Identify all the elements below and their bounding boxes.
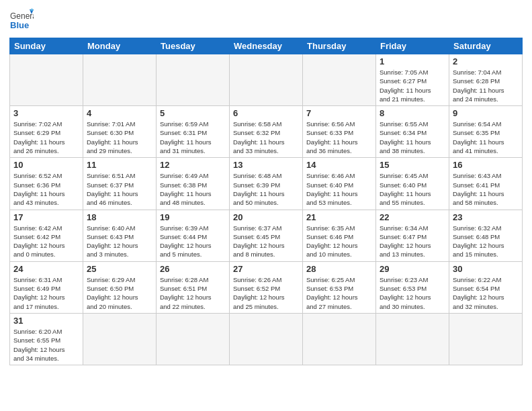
header-day-saturday: Saturday bbox=[449, 38, 523, 54]
day-cell bbox=[157, 313, 230, 365]
day-info: Sunrise: 6:58 AM Sunset: 6:32 PM Dayligh… bbox=[233, 120, 299, 155]
day-cell: 30Sunrise: 6:22 AM Sunset: 6:54 PM Dayli… bbox=[449, 261, 523, 313]
day-info: Sunrise: 6:35 AM Sunset: 6:46 PM Dayligh… bbox=[306, 224, 372, 259]
week-row-6: 31Sunrise: 6:20 AM Sunset: 6:55 PM Dayli… bbox=[10, 313, 523, 365]
week-row-2: 3Sunrise: 7:02 AM Sunset: 6:29 PM Daylig… bbox=[10, 106, 523, 158]
day-cell: 31Sunrise: 6:20 AM Sunset: 6:55 PM Dayli… bbox=[10, 313, 83, 365]
day-cell: 2Sunrise: 7:04 AM Sunset: 6:28 PM Daylig… bbox=[449, 54, 523, 106]
day-cell: 15Sunrise: 6:45 AM Sunset: 6:40 PM Dayli… bbox=[376, 158, 449, 210]
day-cell bbox=[303, 54, 376, 106]
day-info: Sunrise: 6:51 AM Sunset: 6:37 PM Dayligh… bbox=[87, 171, 152, 207]
week-row-4: 17Sunrise: 6:42 AM Sunset: 6:42 PM Dayli… bbox=[10, 210, 523, 261]
day-info: Sunrise: 6:56 AM Sunset: 6:33 PM Dayligh… bbox=[306, 120, 372, 155]
logo-svg: General Blue bbox=[9, 8, 34, 32]
day-cell: 6Sunrise: 6:58 AM Sunset: 6:32 PM Daylig… bbox=[230, 106, 303, 158]
day-number: 4 bbox=[87, 108, 152, 118]
day-number: 20 bbox=[233, 212, 299, 222]
day-number: 18 bbox=[87, 212, 152, 222]
header: General Blue bbox=[9, 8, 523, 32]
day-number: 28 bbox=[306, 264, 372, 274]
day-number: 30 bbox=[453, 264, 519, 274]
header-day-thursday: Thursday bbox=[303, 38, 376, 54]
header-day-wednesday: Wednesday bbox=[230, 38, 303, 54]
day-cell: 12Sunrise: 6:49 AM Sunset: 6:38 PM Dayli… bbox=[157, 158, 230, 210]
day-cell bbox=[303, 313, 376, 365]
day-cell: 7Sunrise: 6:56 AM Sunset: 6:33 PM Daylig… bbox=[303, 106, 376, 158]
day-number: 6 bbox=[233, 108, 299, 118]
day-info: Sunrise: 6:45 AM Sunset: 6:40 PM Dayligh… bbox=[380, 171, 445, 207]
day-number: 17 bbox=[13, 212, 79, 222]
day-number: 21 bbox=[306, 212, 372, 222]
day-number: 24 bbox=[13, 264, 79, 274]
day-cell: 20Sunrise: 6:37 AM Sunset: 6:45 PM Dayli… bbox=[230, 210, 303, 261]
day-cell bbox=[157, 54, 230, 106]
day-cell: 4Sunrise: 7:01 AM Sunset: 6:30 PM Daylig… bbox=[83, 106, 157, 158]
day-cell: 28Sunrise: 6:25 AM Sunset: 6:53 PM Dayli… bbox=[303, 261, 376, 313]
day-info: Sunrise: 6:49 AM Sunset: 6:38 PM Dayligh… bbox=[160, 171, 226, 207]
day-number: 5 bbox=[160, 108, 226, 118]
day-cell: 19Sunrise: 6:39 AM Sunset: 6:44 PM Dayli… bbox=[157, 210, 230, 261]
day-info: Sunrise: 6:25 AM Sunset: 6:53 PM Dayligh… bbox=[306, 275, 372, 311]
day-cell: 1Sunrise: 7:05 AM Sunset: 6:27 PM Daylig… bbox=[376, 54, 449, 106]
logo: General Blue bbox=[9, 8, 34, 32]
day-info: Sunrise: 6:52 AM Sunset: 6:36 PM Dayligh… bbox=[13, 171, 79, 207]
day-cell: 14Sunrise: 6:46 AM Sunset: 6:40 PM Dayli… bbox=[303, 158, 376, 210]
day-number: 9 bbox=[453, 108, 519, 118]
day-cell: 21Sunrise: 6:35 AM Sunset: 6:46 PM Dayli… bbox=[303, 210, 376, 261]
day-cell: 5Sunrise: 6:59 AM Sunset: 6:31 PM Daylig… bbox=[157, 106, 230, 158]
day-cell bbox=[376, 313, 449, 365]
day-number: 3 bbox=[13, 108, 79, 118]
day-info: Sunrise: 6:32 AM Sunset: 6:48 PM Dayligh… bbox=[453, 224, 519, 259]
day-number: 26 bbox=[160, 264, 226, 274]
day-info: Sunrise: 6:34 AM Sunset: 6:47 PM Dayligh… bbox=[380, 224, 445, 259]
calendar-header: SundayMondayTuesdayWednesdayThursdayFrid… bbox=[10, 38, 523, 54]
day-info: Sunrise: 6:59 AM Sunset: 6:31 PM Dayligh… bbox=[160, 120, 226, 155]
day-number: 29 bbox=[380, 264, 445, 274]
day-number: 10 bbox=[13, 160, 79, 170]
page: General Blue SundayMondayTuesdayWednesda… bbox=[0, 0, 532, 411]
week-row-3: 10Sunrise: 6:52 AM Sunset: 6:36 PM Dayli… bbox=[10, 158, 523, 210]
day-cell: 27Sunrise: 6:26 AM Sunset: 6:52 PM Dayli… bbox=[230, 261, 303, 313]
day-cell: 18Sunrise: 6:40 AM Sunset: 6:43 PM Dayli… bbox=[83, 210, 157, 261]
day-cell: 22Sunrise: 6:34 AM Sunset: 6:47 PM Dayli… bbox=[376, 210, 449, 261]
day-cell: 25Sunrise: 6:29 AM Sunset: 6:50 PM Dayli… bbox=[83, 261, 157, 313]
day-number: 8 bbox=[380, 108, 445, 118]
day-number: 23 bbox=[453, 212, 519, 222]
svg-text:Blue: Blue bbox=[10, 20, 29, 30]
day-info: Sunrise: 6:39 AM Sunset: 6:44 PM Dayligh… bbox=[160, 224, 226, 259]
day-info: Sunrise: 7:02 AM Sunset: 6:29 PM Dayligh… bbox=[13, 120, 79, 155]
day-cell: 24Sunrise: 6:31 AM Sunset: 6:49 PM Dayli… bbox=[10, 261, 83, 313]
day-number: 12 bbox=[160, 160, 226, 170]
day-info: Sunrise: 6:40 AM Sunset: 6:43 PM Dayligh… bbox=[87, 224, 152, 259]
day-cell bbox=[10, 54, 83, 106]
week-row-5: 24Sunrise: 6:31 AM Sunset: 6:49 PM Dayli… bbox=[10, 261, 523, 313]
day-info: Sunrise: 7:05 AM Sunset: 6:27 PM Dayligh… bbox=[380, 68, 445, 103]
day-cell: 11Sunrise: 6:51 AM Sunset: 6:37 PM Dayli… bbox=[83, 158, 157, 210]
day-cell: 29Sunrise: 6:23 AM Sunset: 6:53 PM Dayli… bbox=[376, 261, 449, 313]
day-info: Sunrise: 6:20 AM Sunset: 6:55 PM Dayligh… bbox=[13, 327, 79, 363]
day-info: Sunrise: 6:48 AM Sunset: 6:39 PM Dayligh… bbox=[233, 171, 299, 207]
day-number: 25 bbox=[87, 264, 152, 274]
day-info: Sunrise: 6:23 AM Sunset: 6:53 PM Dayligh… bbox=[380, 275, 445, 311]
day-number: 22 bbox=[380, 212, 445, 222]
calendar-table: SundayMondayTuesdayWednesdayThursdayFrid… bbox=[9, 38, 523, 365]
day-number: 13 bbox=[233, 160, 299, 170]
day-cell: 23Sunrise: 6:32 AM Sunset: 6:48 PM Dayli… bbox=[449, 210, 523, 261]
day-info: Sunrise: 6:29 AM Sunset: 6:50 PM Dayligh… bbox=[87, 275, 152, 311]
day-number: 7 bbox=[306, 108, 372, 118]
day-info: Sunrise: 6:55 AM Sunset: 6:34 PM Dayligh… bbox=[380, 120, 445, 155]
day-cell: 26Sunrise: 6:28 AM Sunset: 6:51 PM Dayli… bbox=[157, 261, 230, 313]
day-number: 19 bbox=[160, 212, 226, 222]
day-cell: 3Sunrise: 7:02 AM Sunset: 6:29 PM Daylig… bbox=[10, 106, 83, 158]
day-cell bbox=[230, 313, 303, 365]
day-info: Sunrise: 6:46 AM Sunset: 6:40 PM Dayligh… bbox=[306, 171, 372, 207]
day-info: Sunrise: 6:54 AM Sunset: 6:35 PM Dayligh… bbox=[453, 120, 519, 155]
header-day-monday: Monday bbox=[83, 38, 157, 54]
header-day-sunday: Sunday bbox=[10, 38, 83, 54]
calendar-body: 1Sunrise: 7:05 AM Sunset: 6:27 PM Daylig… bbox=[10, 54, 523, 365]
day-info: Sunrise: 6:28 AM Sunset: 6:51 PM Dayligh… bbox=[160, 275, 226, 311]
day-cell: 8Sunrise: 6:55 AM Sunset: 6:34 PM Daylig… bbox=[376, 106, 449, 158]
day-number: 27 bbox=[233, 264, 299, 274]
day-cell bbox=[230, 54, 303, 106]
day-info: Sunrise: 6:26 AM Sunset: 6:52 PM Dayligh… bbox=[233, 275, 299, 311]
